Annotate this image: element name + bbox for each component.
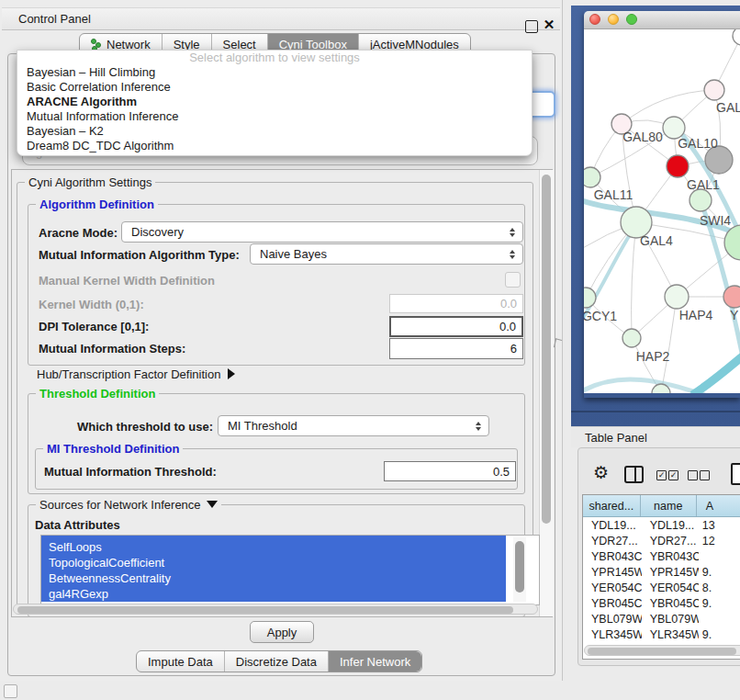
node-gal-pink[interactable] [704, 80, 724, 100]
settings-scrollbar[interactable] [539, 170, 554, 616]
aracne-mode-combo[interactable]: Discovery [121, 221, 523, 243]
sources-toggle[interactable]: Sources for Network Inference [36, 498, 221, 512]
node-unlabeled[interactable] [733, 29, 740, 45]
list-scrollbar[interactable] [513, 537, 526, 602]
node-label: HAP4 [679, 308, 713, 322]
table-row[interactable]: YBL079WYBL079W [583, 611, 740, 627]
node-label: GCY1 [584, 309, 617, 323]
tab-impute-data[interactable]: Impute Data [137, 651, 225, 672]
apply-button[interactable]: Apply [250, 621, 314, 643]
sources-h-scrollbar[interactable] [13, 604, 538, 615]
unchecked-checkbox-icon[interactable] [688, 470, 698, 480]
mi-type-combo[interactable]: Naive Bayes [250, 243, 523, 265]
document-icon[interactable] [731, 463, 740, 485]
dropdown-option[interactable]: Basic Correlation Inference [17, 80, 532, 95]
node-label: SWI4 [700, 213, 731, 228]
minimized-panel-icon[interactable] [4, 684, 17, 698]
table-row[interactable]: YLR345WYLR345W9. [583, 627, 740, 642]
group-title: Cyni Algorithm Settings [25, 175, 155, 189]
expand-arrow-icon [228, 368, 235, 379]
node-label: GAL4 [640, 233, 673, 248]
node-label: GAL [716, 100, 740, 115]
table-panel-header: Table Panel [571, 426, 740, 447]
node-gcy1[interactable] [584, 288, 596, 308]
node-label: GAL11 [594, 187, 633, 202]
tab-discretize-data[interactable]: Discretize Data [225, 651, 329, 672]
dropdown-option[interactable]: Bayesian – Hill Climbing [17, 65, 532, 80]
manual-kernel-checkbox[interactable] [505, 272, 521, 288]
node-label: Y [730, 308, 739, 322]
kernel-width-label: Kernel Width (0,1): [39, 298, 144, 311]
table-row[interactable]: YER054CYER054C8. [583, 580, 740, 595]
node-gal11[interactable] [584, 167, 600, 187]
attribute-item[interactable]: gal4RGexp [41, 586, 506, 602]
close-icon[interactable]: ✕ [542, 17, 556, 33]
node-red-selected[interactable] [667, 155, 689, 177]
split-columns-icon[interactable] [624, 466, 644, 483]
algorithm-dropdown-popup: Select algorithm to view settings Bayesi… [17, 50, 533, 156]
mi-threshold-label: Mutual Information Threshold: [44, 465, 217, 479]
network-canvas[interactable]: GAL GAL80 GAL10 GAL1 GAL11 SWI4 GAL4 GCY… [584, 29, 740, 393]
panel-divider [571, 411, 740, 412]
data-attributes-label: Data Attributes [35, 518, 120, 532]
table-row[interactable]: YPR145WYPR145W9. [583, 564, 740, 580]
scrollbar-thumb[interactable] [515, 541, 524, 593]
unchecked-checkbox-icon[interactable] [700, 470, 710, 480]
control-panel-titlebar: Control Panel ✕ [2, 7, 560, 30]
mi-type-label: Mutual Information Algorithm Type: [39, 248, 240, 262]
group-title: Algorithm Definition [36, 198, 158, 211]
node-salmon[interactable] [723, 286, 740, 308]
node-label: GAL10 [678, 136, 718, 151]
table-row[interactable]: YBR045CYBR045C9. [583, 595, 740, 611]
node-attribute-table: shared... name A YDL19...YDL19...13 YDR2… [582, 494, 740, 660]
table-row[interactable]: YBR043CYBR043C [583, 548, 740, 564]
collapse-arrow-icon [207, 501, 218, 508]
scrollbar-thumb[interactable] [17, 606, 513, 614]
minimize-traffic-light[interactable] [608, 14, 619, 25]
node-hap2[interactable] [622, 329, 641, 347]
dropdown-option[interactable]: Mutual Information Inference [17, 109, 532, 124]
settings-gear-icon[interactable]: ⚙ [593, 464, 609, 481]
attribute-item[interactable]: SelfLoops [41, 539, 506, 555]
node-label: HAP2 [636, 349, 670, 364]
scrollbar-thumb[interactable] [542, 175, 551, 524]
table-header-row: shared... name A [583, 495, 740, 517]
node-gal1[interactable] [690, 189, 712, 211]
column-header-shared-name[interactable]: shared... [583, 495, 641, 516]
network-window-titlebar [584, 11, 740, 29]
aracne-mode-label: Aracne Mode: [39, 226, 118, 240]
mi-threshold-field[interactable]: 0.5 [384, 461, 516, 481]
node-hap4[interactable] [665, 285, 689, 309]
which-threshold-label: Which threshold to use: [77, 420, 213, 434]
checked-checkbox-icon[interactable]: ✓ [668, 470, 678, 480]
zoom-traffic-light[interactable] [626, 14, 637, 25]
table-row[interactable]: YDL19...YDL19...13 [583, 517, 740, 533]
kernel-width-field[interactable]: 0.0 [389, 294, 523, 313]
attribute-item[interactable]: BetweennessCentrality [41, 570, 506, 586]
checked-checkbox-icon[interactable]: ✓ [656, 470, 667, 480]
dropdown-placeholder: Select algorithm to view settings [17, 51, 532, 65]
tab-infer-network[interactable]: Infer Network [329, 651, 421, 672]
column-header-partial[interactable]: A [697, 495, 740, 516]
dropdown-option[interactable]: Bayesian – K2 [17, 124, 532, 139]
close-traffic-light[interactable] [589, 14, 600, 25]
float-window-icon[interactable] [525, 20, 538, 33]
which-threshold-combo[interactable]: MI Threshold [218, 415, 489, 436]
group-title: MI Threshold Definition [43, 442, 183, 456]
mi-steps-label: Mutual Information Steps: [39, 342, 185, 356]
hub-tf-definition-toggle[interactable]: Hub/Transcription Factor Definition [37, 367, 235, 381]
table-h-scrollbar[interactable] [584, 645, 740, 656]
scrollbar-thumb[interactable] [588, 648, 736, 655]
bottom-action-tabs: Impute Data Discretize Data Infer Networ… [136, 650, 422, 672]
mi-steps-field[interactable]: 6 [389, 338, 523, 359]
dropdown-option[interactable]: Dream8 DC_TDC Algorithm [17, 139, 532, 153]
network-graph: GAL GAL80 GAL10 GAL1 GAL11 SWI4 GAL4 GCY… [584, 29, 740, 393]
table-row[interactable]: YDR27...YDR27...12 [583, 533, 740, 548]
dpi-tolerance-field[interactable]: 0.0 [389, 316, 523, 337]
attribute-item[interactable]: TopologicalCoefficient [41, 555, 506, 570]
column-header-name[interactable]: name [641, 495, 697, 516]
table-panel-title: Table Panel [585, 431, 647, 445]
dropdown-option-selected[interactable]: ARACNE Algorithm [17, 95, 532, 109]
network-window: GAL GAL80 GAL10 GAL1 GAL11 SWI4 GAL4 GCY… [584, 11, 740, 398]
manual-kernel-label: Manual Kernel Width Definition [39, 274, 215, 288]
